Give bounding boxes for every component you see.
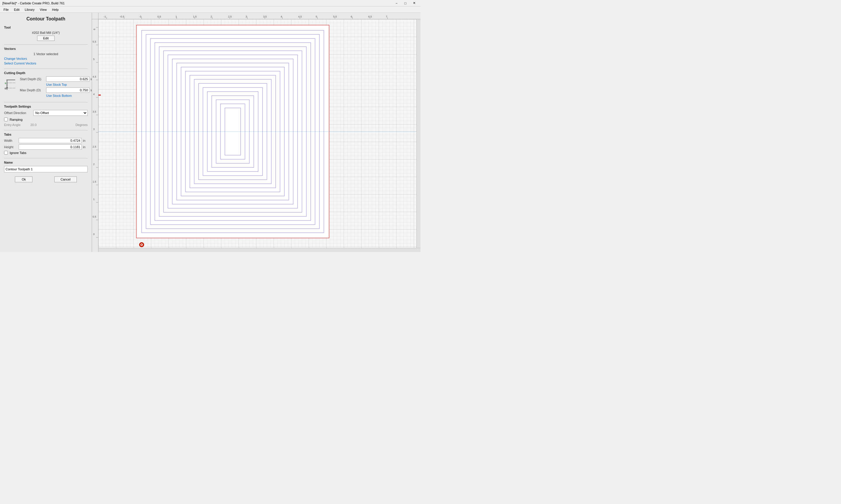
change-vectors-button[interactable]: Change Vectors: [4, 57, 27, 60]
menu-view[interactable]: View: [37, 7, 49, 12]
ramping-label[interactable]: Ramping: [10, 118, 22, 121]
svg-text:5: 5: [93, 58, 95, 61]
panel-title: Contour Toolpath: [4, 16, 88, 22]
offset-direction-select[interactable]: No Offset Inside Outside: [33, 110, 88, 116]
bottom-buttons: Ok Cancel: [4, 177, 88, 182]
tabs-section-label: Tabs: [4, 133, 88, 136]
depth-inner: S D Start Depth (S): [4, 76, 88, 98]
entry-angle-row: Entry Angle 20.0 Degrees: [4, 123, 88, 127]
max-depth-input[interactable]: [46, 88, 89, 93]
divider-5: [4, 158, 88, 158]
menu-bar: File Edit Library View Help: [0, 6, 420, 13]
svg-text:2.5: 2.5: [92, 145, 96, 148]
tool-section-label: Tool: [4, 26, 88, 29]
height-row: Height in: [4, 144, 88, 150]
svg-text:4.5: 4.5: [92, 75, 96, 78]
close-button[interactable]: ✕: [410, 0, 418, 6]
ignore-tabs-label[interactable]: Ignore Tabs: [10, 151, 26, 155]
offset-direction-label: Offset Direction: [4, 111, 33, 115]
svg-text:-0.5: -0.5: [120, 15, 124, 18]
toolpath-svg: [98, 19, 420, 252]
max-depth-label: Max Depth (D): [20, 88, 46, 92]
toolpath-settings-section: Toolpath Settings Offset Direction No Of…: [4, 105, 88, 127]
ramping-checkbox[interactable]: [4, 118, 8, 121]
start-depth-input[interactable]: [46, 76, 89, 82]
use-stock-bottom-button[interactable]: Use Stock Bottom: [46, 94, 72, 97]
window-controls: − □ ✕: [393, 0, 418, 6]
grid-canvas[interactable]: [98, 19, 420, 252]
svg-text:0.5: 0.5: [92, 215, 96, 218]
svg-text:7: 7: [386, 15, 387, 18]
entry-angle-value: 20.0: [30, 123, 75, 127]
select-current-vectors-button[interactable]: Select Current Vectors: [4, 61, 36, 65]
tool-name: #202 Ball Mill (1/4"): [4, 31, 88, 34]
vector-count: 1 Vector selected: [4, 52, 88, 56]
svg-text:D: D: [5, 87, 6, 90]
edit-button[interactable]: Edit: [37, 36, 55, 41]
divider-2: [4, 69, 88, 69]
start-depth-label: Start Depth (S): [20, 77, 46, 81]
width-label: Width: [4, 139, 19, 142]
svg-text:2: 2: [93, 163, 95, 166]
svg-text:2: 2: [210, 15, 212, 18]
tabs-section: Tabs Width in Height in Ignore Tabs: [4, 133, 88, 155]
tool-section: Tool #202 Ball Mill (1/4") Edit: [4, 26, 88, 41]
menu-edit[interactable]: Edit: [12, 7, 22, 12]
svg-text:0: 0: [93, 233, 95, 236]
ruler-corner: [92, 13, 98, 19]
use-stock-top-button[interactable]: Use Stock Top: [46, 83, 67, 86]
svg-text:4: 4: [93, 93, 95, 96]
ruler-horizontal: -1 -0.5 0 0.5 1 1.5 2 2.5 3 3.5 4 4.5 5 …: [98, 13, 420, 19]
name-section-label: Name: [4, 161, 88, 164]
horizontal-scrollbar[interactable]: [98, 248, 420, 252]
vectors-section: Vectors 1 Vector selected Change Vectors…: [4, 47, 88, 65]
svg-text:6: 6: [93, 29, 96, 30]
ignore-tabs-checkbox[interactable]: [4, 151, 8, 155]
entry-angle-label: Entry Angle: [4, 123, 30, 127]
name-section: Name: [4, 161, 88, 173]
svg-text:3.5: 3.5: [92, 110, 96, 113]
height-input[interactable]: [19, 144, 82, 150]
svg-text:S: S: [5, 82, 6, 85]
title-bar: [NewFile]* - Carbide Create PRO, Build 7…: [0, 0, 420, 6]
cutting-depth-section: Cutting Depth S D: [4, 71, 88, 98]
minimize-button[interactable]: −: [393, 0, 401, 6]
cutting-depth-label: Cutting Depth: [4, 71, 88, 75]
svg-text:3: 3: [245, 15, 247, 18]
vectors-section-label: Vectors: [4, 47, 88, 51]
left-panel: Contour Toolpath Tool #202 Ball Mill (1/…: [0, 13, 92, 252]
menu-help[interactable]: Help: [50, 7, 61, 12]
maximize-button[interactable]: □: [401, 0, 409, 6]
width-unit: in: [83, 139, 88, 142]
svg-text:0: 0: [140, 15, 141, 18]
entry-angle-unit: Degrees: [75, 123, 88, 127]
start-depth-row: Start Depth (S) in: [20, 76, 92, 82]
ok-button[interactable]: Ok: [15, 177, 32, 182]
offset-direction-row: Offset Direction No Offset Inside Outsid…: [4, 110, 88, 116]
depth-diagram: S D: [4, 77, 18, 93]
svg-rect-97: [98, 94, 101, 96]
svg-text:-1: -1: [104, 15, 106, 18]
height-unit: in: [83, 145, 88, 149]
cancel-button[interactable]: Cancel: [54, 177, 76, 182]
divider-4: [4, 130, 88, 130]
main-layout: Contour Toolpath Tool #202 Ball Mill (1/…: [0, 13, 420, 252]
height-label: Height: [4, 145, 19, 149]
svg-text:4: 4: [281, 15, 282, 18]
ramping-row: Ramping: [4, 118, 88, 121]
canvas-area: -1 -0.5 0 0.5 1 1.5 2 2.5 3 3.5 4 4.5 5 …: [92, 13, 420, 252]
svg-text:5.5: 5.5: [92, 40, 96, 43]
svg-text:6: 6: [351, 15, 352, 18]
window-title: [NewFile]* - Carbide Create PRO, Build 7…: [2, 1, 65, 5]
svg-text:1: 1: [93, 198, 95, 201]
svg-text:1.5: 1.5: [92, 180, 96, 183]
max-depth-row: Max Depth (D) in: [20, 88, 92, 93]
ignore-tabs-row: Ignore Tabs: [4, 151, 88, 155]
width-input[interactable]: [19, 138, 82, 143]
menu-file[interactable]: File: [1, 7, 11, 12]
vertical-scrollbar[interactable]: [416, 19, 420, 248]
depth-fields: Start Depth (S) in Use Stock Top Max Dep…: [20, 76, 92, 98]
name-input[interactable]: [4, 166, 88, 173]
menu-library[interactable]: Library: [22, 7, 37, 12]
svg-text:3: 3: [93, 128, 95, 131]
